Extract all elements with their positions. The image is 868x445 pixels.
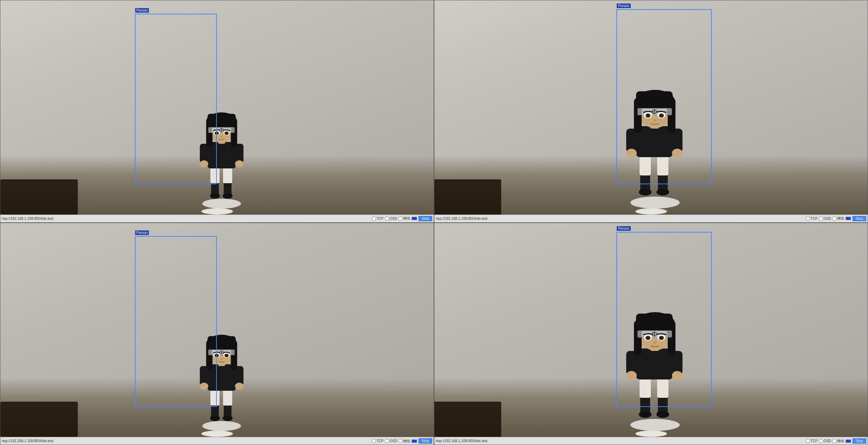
stop-button-tl[interactable]: Stop (419, 216, 432, 221)
extra-checkbox-tr[interactable]: 继续 (832, 216, 844, 221)
svg-point-3 (210, 193, 220, 199)
svg-point-62 (200, 383, 208, 390)
extra-input-tl[interactable] (398, 217, 402, 221)
svg-point-51 (654, 119, 656, 121)
svg-point-50 (659, 113, 664, 118)
svg-point-101 (646, 336, 650, 340)
toolbar-right-bl: TCP OSD 继续 Stop (372, 438, 432, 444)
color-indicator-br (845, 439, 851, 443)
svg-rect-8 (200, 144, 208, 163)
extra-checkbox-br[interactable]: 继续 (832, 439, 844, 444)
svg-point-0 (202, 199, 241, 209)
figure-base-tl (201, 208, 233, 215)
figurine-tr (616, 79, 694, 209)
figure-base-br (635, 431, 667, 437)
tcp-checkbox-br[interactable]: TCP (806, 439, 818, 443)
osd-checkbox-tl[interactable]: OSD (385, 217, 397, 221)
osd-label-bl: OSD (390, 439, 397, 443)
toolbar-tr: rtsp://192.168.1.108:8554/ds-test TCP OS… (434, 215, 868, 222)
svg-rect-61 (235, 366, 243, 385)
toolbar-right-tr: TCP OSD 继续 Stop (806, 216, 866, 221)
url-text-br: rtsp://192.168.1.108:8554/ds-test (436, 439, 804, 443)
svg-point-103 (654, 341, 656, 344)
tcp-input-br[interactable] (806, 439, 810, 443)
svg-point-10 (200, 160, 208, 167)
svg-point-81 (639, 411, 652, 418)
toolbar-br: rtsp://192.168.1.108:8554/ds-test TCP OS… (434, 437, 868, 445)
svg-point-75 (214, 354, 219, 357)
svg-point-102 (659, 336, 664, 340)
figurine-br (616, 301, 694, 431)
tcp-checkbox-bl[interactable]: TCP (372, 439, 384, 443)
stop-button-bl[interactable]: Stop (419, 438, 432, 444)
svg-point-37 (672, 149, 683, 158)
video-cell-top-left: Person rtsp://192.168.1.108:8554/ds-test… (0, 0, 434, 223)
tcp-label-tl: TCP (377, 217, 384, 221)
svg-point-76 (224, 354, 228, 357)
toolbar-tl: rtsp://192.168.1.108:8554/ds-test TCP OS… (0, 215, 434, 222)
tcp-label-br: TCP (811, 439, 818, 443)
svg-point-29 (639, 188, 652, 196)
svg-rect-60 (200, 366, 208, 385)
video-cell-bottom-left: Person rtsp://192.168.1.108:8554/ds-test… (0, 223, 434, 445)
osd-input-br[interactable] (819, 439, 823, 443)
tcp-checkbox-tr[interactable]: TCP (806, 217, 818, 221)
osd-label-br: OSD (824, 439, 831, 443)
svg-point-24 (224, 131, 228, 135)
mat-tl (0, 179, 78, 215)
svg-point-82 (656, 411, 669, 418)
svg-point-26 (630, 197, 680, 209)
extra-checkbox-tl[interactable]: 继续 (398, 216, 410, 221)
osd-input-tl[interactable] (385, 217, 389, 221)
extra-checkbox-bl[interactable]: 继续 (398, 439, 410, 444)
extra-input-br[interactable] (832, 439, 836, 443)
svg-point-78 (630, 419, 680, 431)
svg-rect-85 (636, 348, 673, 379)
stop-button-tr[interactable]: Stop (853, 216, 866, 221)
tcp-input-tl[interactable] (372, 217, 376, 221)
mat-br (434, 402, 501, 437)
svg-point-55 (210, 415, 220, 421)
stop-button-br[interactable]: Stop (853, 438, 866, 444)
extra-input-tr[interactable] (832, 217, 836, 221)
svg-point-77 (220, 358, 222, 360)
osd-checkbox-bl[interactable]: OSD (385, 439, 397, 443)
svg-rect-9 (235, 144, 243, 163)
osd-checkbox-br[interactable]: OSD (819, 439, 831, 443)
url-text-bl: rtsp://192.168.1.108:8554/ds-test (2, 439, 370, 443)
color-indicator-tl (411, 217, 417, 220)
extra-label-tl: 继续 (403, 216, 410, 221)
osd-checkbox-tr[interactable]: OSD (819, 217, 831, 221)
color-indicator-tr (845, 217, 851, 220)
extra-label-bl: 继续 (403, 439, 410, 444)
svg-point-88 (626, 371, 637, 380)
tcp-label-tr: TCP (811, 217, 818, 221)
svg-point-63 (235, 383, 243, 390)
osd-input-bl[interactable] (385, 439, 389, 443)
toolbar-bl: rtsp://192.168.1.108:8554/ds-test TCP OS… (0, 437, 434, 445)
extra-label-br: 继续 (837, 439, 844, 444)
tcp-checkbox-tl[interactable]: TCP (372, 217, 384, 221)
osd-input-tr[interactable] (819, 217, 823, 221)
svg-rect-33 (636, 126, 673, 157)
svg-point-25 (220, 136, 222, 137)
svg-point-36 (626, 149, 637, 158)
color-indicator-bl (411, 439, 417, 443)
osd-label-tr: OSD (824, 217, 831, 221)
tcp-input-tr[interactable] (806, 217, 810, 221)
figurine-tl (193, 103, 251, 209)
tcp-input-bl[interactable] (372, 439, 376, 443)
toolbar-right-tl: TCP OSD 继续 Stop (372, 216, 432, 221)
svg-point-4 (222, 193, 232, 199)
svg-rect-95 (636, 314, 673, 330)
svg-point-49 (646, 113, 650, 118)
extra-input-bl[interactable] (398, 439, 402, 443)
svg-rect-43 (636, 91, 673, 108)
figurine-bl (193, 326, 251, 431)
mat-bl (0, 402, 78, 437)
svg-rect-17 (207, 114, 235, 128)
video-cell-top-right: Person rtsp://192.168.1.108:8554/ds-test… (434, 0, 868, 223)
video-cell-bottom-right: Person rtsp://192.168.1.108:8554/ds-test… (434, 223, 868, 445)
figure-base-bl (201, 431, 233, 437)
url-text-tr: rtsp://192.168.1.108:8554/ds-test (436, 217, 804, 221)
